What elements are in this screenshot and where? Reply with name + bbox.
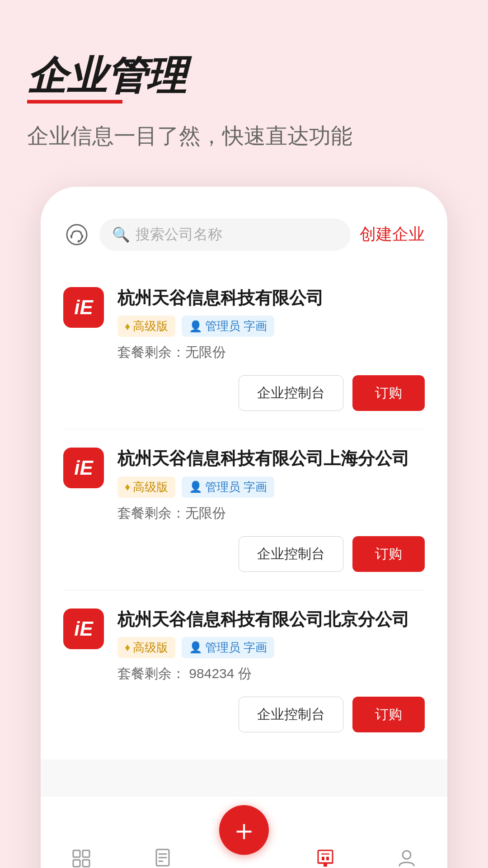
svg-rect-12 xyxy=(322,857,324,860)
company-logo-2: iE xyxy=(63,448,104,488)
company-card-3: iE 杭州天谷信息科技有限公司北京分公司 ♦ 高级版 👤 管理员 字画 xyxy=(63,590,425,750)
svg-rect-3 xyxy=(83,850,89,857)
tag-admin-2: 👤 管理员 字画 xyxy=(182,476,274,498)
admin-icon-2: 👤 xyxy=(189,481,202,493)
page-header: 企业管理 企业信息一目了然，快速直达功能 xyxy=(27,54,461,151)
company-name-2: 杭州天谷信息科技有限公司上海分公司 xyxy=(117,448,425,470)
svg-point-16 xyxy=(403,851,411,859)
premium-icon-2: ♦ xyxy=(125,481,130,493)
order-button-3[interactable]: 订购 xyxy=(352,697,425,732)
company-tags-1: ♦ 高级版 👤 管理员 字画 xyxy=(117,316,425,337)
tag-premium-1: ♦ 高级版 xyxy=(117,316,175,337)
tag-premium-3: ♦ 高级版 xyxy=(117,637,175,658)
svg-rect-10 xyxy=(318,850,333,863)
list-spacer xyxy=(41,760,447,796)
svg-rect-4 xyxy=(73,860,80,867)
company-quota-1: 套餐剩余：无限份 xyxy=(117,343,425,362)
workbench-icon xyxy=(70,848,92,868)
support-icon[interactable] xyxy=(63,221,90,248)
admin-icon-3: 👤 xyxy=(189,641,202,654)
phone-frame: 🔍 搜索公司名称 创建企业 iE 杭州天谷信息科技有限公司 ♦ 高级版 xyxy=(41,187,447,868)
tag-admin-1: 👤 管理员 字画 xyxy=(182,316,274,337)
app-header: 🔍 搜索公司名称 创建企业 xyxy=(41,209,447,260)
company-name-3: 杭州天谷信息科技有限公司北京分公司 xyxy=(117,609,425,631)
svg-rect-5 xyxy=(83,860,89,867)
contract-icon xyxy=(152,848,174,868)
company-info-2: 杭州天谷信息科技有限公司上海分公司 ♦ 高级版 👤 管理员 字画 套餐剩余：无限… xyxy=(117,448,425,522)
company-card-2: iE 杭州天谷信息科技有限公司上海分公司 ♦ 高级版 👤 管理员 字画 xyxy=(63,429,425,590)
fab-button[interactable]: ＋ xyxy=(219,805,269,855)
company-logo-text-2: iE xyxy=(74,457,93,479)
search-placeholder-text: 搜索公司名称 xyxy=(136,225,222,245)
tag-admin-3: 👤 管理员 字画 xyxy=(182,637,274,658)
svg-rect-2 xyxy=(73,850,80,857)
company-actions-2: 企业控制台 订购 xyxy=(63,536,425,572)
company-logo-text-3: iE xyxy=(74,618,93,640)
company-tags-3: ♦ 高级版 👤 管理员 字画 xyxy=(117,637,425,658)
svg-rect-13 xyxy=(326,857,329,860)
tab-bar: 工作台 合同管理 ＋ 发起签署 xyxy=(41,796,447,868)
admin-icon-1: 👤 xyxy=(189,320,202,333)
company-list: iE 杭州天谷信息科技有限公司 ♦ 高级版 👤 管理员 字画 xyxy=(41,260,447,760)
page-subtitle: 企业信息一目了然，快速直达功能 xyxy=(27,122,461,151)
tag-premium-2: ♦ 高级版 xyxy=(117,476,175,498)
company-card-1-top: iE 杭州天谷信息科技有限公司 ♦ 高级版 👤 管理员 字画 xyxy=(63,287,425,362)
search-icon: 🔍 xyxy=(112,226,130,243)
company-name-1: 杭州天谷信息科技有限公司 xyxy=(117,287,425,309)
page-title: 企业管理 xyxy=(27,54,186,104)
company-quota-2: 套餐剩余：无限份 xyxy=(117,504,425,523)
company-logo-text-1: iE xyxy=(74,296,93,319)
svg-point-1 xyxy=(78,240,80,242)
control-panel-button-2[interactable]: 企业控制台 xyxy=(239,536,343,572)
control-panel-button-3[interactable]: 企业控制台 xyxy=(239,697,343,732)
premium-icon-3: ♦ xyxy=(125,641,130,654)
company-actions-3: 企业控制台 订购 xyxy=(63,697,425,732)
company-actions-1: 企业控制台 订购 xyxy=(63,375,425,411)
fab-plus-icon: ＋ xyxy=(230,816,258,844)
enterprise-icon xyxy=(314,848,336,868)
company-card-2-top: iE 杭州天谷信息科技有限公司上海分公司 ♦ 高级版 👤 管理员 字画 xyxy=(63,448,425,522)
tab-enterprise[interactable]: 企业管理 xyxy=(296,848,355,868)
tab-mine[interactable]: 我的 xyxy=(377,848,436,868)
create-enterprise-button[interactable]: 创建企业 xyxy=(360,223,425,245)
tab-sign-fab[interactable]: ＋ 发起签署 xyxy=(215,805,273,868)
svg-point-0 xyxy=(67,225,87,245)
tab-contract[interactable]: 合同管理 xyxy=(133,848,192,868)
company-quota-3: 套餐剩余： 984234 份 xyxy=(117,665,425,683)
company-card-1: iE 杭州天谷信息科技有限公司 ♦ 高级版 👤 管理员 字画 xyxy=(63,269,425,429)
order-button-1[interactable]: 订购 xyxy=(352,375,425,411)
company-logo-3: iE xyxy=(63,609,104,649)
search-bar[interactable]: 🔍 搜索公司名称 xyxy=(99,218,351,251)
mine-icon xyxy=(396,848,418,868)
control-panel-button-1[interactable]: 企业控制台 xyxy=(239,375,343,411)
company-info-1: 杭州天谷信息科技有限公司 ♦ 高级版 👤 管理员 字画 套餐剩余：无限份 xyxy=(117,287,425,362)
order-button-2[interactable]: 订购 xyxy=(352,536,425,572)
company-tags-2: ♦ 高级版 👤 管理员 字画 xyxy=(117,476,425,498)
svg-rect-15 xyxy=(324,863,327,867)
tab-workbench[interactable]: 工作台 xyxy=(52,848,111,868)
company-card-3-top: iE 杭州天谷信息科技有限公司北京分公司 ♦ 高级版 👤 管理员 字画 xyxy=(63,609,425,683)
company-logo-1: iE xyxy=(63,287,104,328)
premium-icon-1: ♦ xyxy=(125,320,130,333)
company-info-3: 杭州天谷信息科技有限公司北京分公司 ♦ 高级版 👤 管理员 字画 套餐剩余： 9… xyxy=(117,609,425,683)
